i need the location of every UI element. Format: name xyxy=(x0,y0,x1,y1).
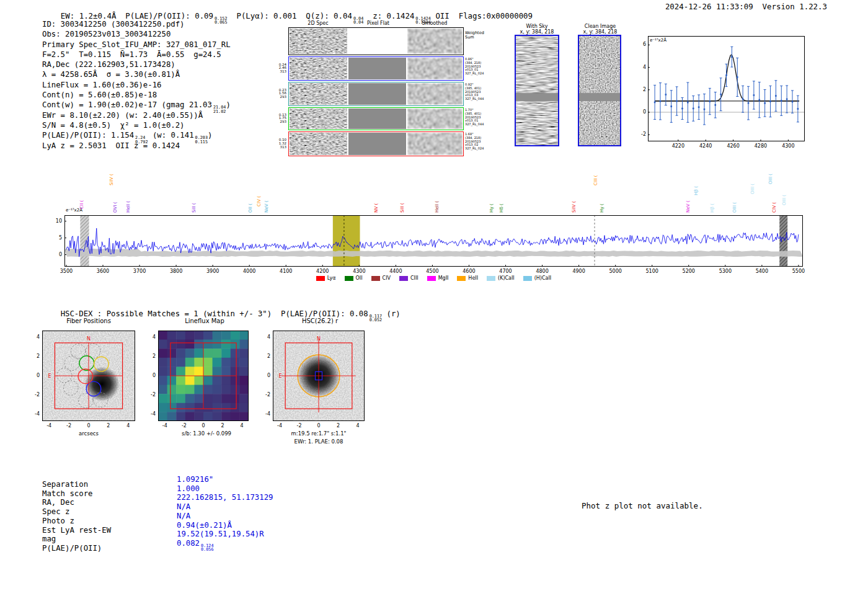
heatmap-cell xyxy=(167,385,177,394)
match-row-label: Spec z xyxy=(42,507,69,516)
hsc-cutout-title: HSC(26.2) r xyxy=(270,318,370,324)
data-point xyxy=(704,109,706,110)
spec2d-cell-2dspec xyxy=(290,83,347,107)
heatmap-cell xyxy=(194,367,203,376)
spectrum-xtick-label: 5200 xyxy=(679,269,699,274)
info-lambda-sigma: λ = 4258.65Å σ = 3.30(±0.81)Å xyxy=(42,69,231,79)
north-label: N xyxy=(317,336,321,342)
detection-info-block: ID: 3003412250 (3003412250.pdf) Obs: 201… xyxy=(42,19,231,151)
match-row-value: 0.0820.1240.056 xyxy=(177,539,214,552)
cutout-ytick-label: 4 xyxy=(27,334,40,340)
heatmap-cell xyxy=(167,403,177,412)
cutout-xtick-label: -4 xyxy=(42,423,56,429)
cutout-xtick-label: 2 xyxy=(330,423,345,429)
info-plae-poii: P(LAE)/P(OII): 1.1542.240.792 (w: 0.1410… xyxy=(42,130,231,140)
plae-text: P(LAE)/P(OII): 1.154 xyxy=(42,131,134,140)
heatmap-cell xyxy=(213,412,222,421)
heatmap-cell xyxy=(167,349,177,358)
match-row-label: Est LyA rest-EW xyxy=(42,526,111,535)
inset-ytick-label: 0 xyxy=(634,109,646,115)
data-point xyxy=(792,101,794,103)
fiber-positions-panel: NE xyxy=(42,331,135,421)
spec2d-row-weights: 0.101.32313 xyxy=(273,138,286,149)
heatmap-cell xyxy=(203,412,213,421)
emission-line-label: CIV ( xyxy=(771,202,777,213)
emission-line-label: Hβ ( xyxy=(709,203,715,213)
match-row-label: mag xyxy=(42,535,56,543)
heatmap-cell xyxy=(176,403,185,412)
east-label: E xyxy=(278,373,281,379)
spec2d-cell-pixelflat xyxy=(348,83,406,105)
data-point xyxy=(709,100,711,102)
heatmap-cell xyxy=(239,331,249,340)
spec2d-cell-smoothed xyxy=(407,29,463,56)
spec2d-cell-2dspec xyxy=(290,133,347,158)
cutout-xtick-label: 0 xyxy=(81,423,96,429)
heatmap-cell xyxy=(158,394,167,403)
inset-xtick-label: 4280 xyxy=(752,143,769,149)
stacked-value: 0.1170.052 xyxy=(370,314,382,322)
info-lineflux: LineFlux = 1.60(±0.36)e-16 xyxy=(42,80,231,90)
value-text: 1.09216" xyxy=(177,475,213,484)
spec2d-row-annotation: 0.86"(384, 218)20190523v013_01327_RL_024 xyxy=(465,58,494,76)
heatmap-cell xyxy=(221,412,231,421)
data-point xyxy=(775,95,777,97)
heatmap-cell xyxy=(213,340,222,349)
emission-line-label: Hγ ( xyxy=(489,203,494,213)
info-cont-w: Cont(w) = 1.90(±0.02)e-17 (gmag 21.0321.… xyxy=(42,100,231,110)
spec2d-cell-smoothed xyxy=(407,58,463,82)
spec2d-row-annotation: 1.68"(384, 218)20190523v013_02327_RL_024 xyxy=(465,133,494,151)
spectrum-xtick-label: 4600 xyxy=(459,269,479,274)
cutout-ytick-label: -4 xyxy=(143,411,156,417)
emission-line-label: SiII ( xyxy=(399,203,405,213)
stack-lo: 21.02 xyxy=(213,110,226,113)
emission-line-label: CII ( xyxy=(79,200,84,209)
summary-plya-qz: P(Lyα): 0.001 Q(z): 0.04 xyxy=(228,11,352,20)
stacked-value: 0.2030.115 xyxy=(195,136,208,144)
spectrum-xtick-label: 3600 xyxy=(93,269,113,274)
heatmap-cell xyxy=(221,394,231,403)
legend-swatch xyxy=(427,276,436,281)
data-point xyxy=(670,105,672,107)
cutout-ytick-label: -4 xyxy=(258,411,270,417)
lineflux-map-panel xyxy=(158,331,249,421)
legend-item: CIV xyxy=(371,275,391,281)
heatmap-cell xyxy=(194,412,203,421)
emission-line-label: OIII ( xyxy=(732,202,737,213)
data-point xyxy=(742,98,744,100)
hsc-cutout-panel: NE xyxy=(273,331,365,421)
spectrum-xtick-label: 4300 xyxy=(349,269,369,274)
cont-w-close: ) xyxy=(226,100,230,109)
heatmap-cell xyxy=(213,403,222,412)
data-point xyxy=(748,102,750,104)
emission-line-label: SiIV ( xyxy=(571,201,577,213)
datetime-version: 2024-12-26 11:33:09 Version 1.22.3 xyxy=(665,2,827,11)
inset-ytick-label: 6 xyxy=(634,42,646,47)
spec2d-cell-2dspec xyxy=(290,109,347,131)
with-sky-coords: x, y: 384, 218 xyxy=(512,29,562,35)
value-text: 19.52(19.51,19.54)R xyxy=(177,530,264,538)
lineflux-caption: s/b: 1.30 +/- 0.099 xyxy=(157,430,256,437)
match-row-value: N/A xyxy=(177,502,190,511)
cutout-xtick-label: -4 xyxy=(157,423,172,429)
cutout-ytick-label: 4 xyxy=(258,334,270,340)
emission-line-label: NeV ( xyxy=(264,200,269,213)
emission-line-label: OIII ( xyxy=(781,195,787,205)
heatmap-cell xyxy=(167,358,177,367)
with-sky-title: With Sky xyxy=(512,24,562,29)
north-label: N xyxy=(87,336,91,342)
heatmap-cell xyxy=(221,403,231,412)
cutout-xtick-label: 2 xyxy=(101,423,116,429)
heatmap-cell xyxy=(213,331,222,340)
heatmap-cell xyxy=(158,385,167,394)
spec2d-row-weights: 0.131.75293 xyxy=(273,113,286,124)
east-label: E xyxy=(48,373,51,379)
heatmap-cell xyxy=(239,385,249,394)
heatmap-cell xyxy=(239,376,249,385)
heatmap-cell xyxy=(203,340,213,349)
spec2d-cell-2dspec xyxy=(290,29,347,56)
emission-line-label: NV ( xyxy=(373,203,379,213)
heatmap-cell xyxy=(158,376,167,385)
spectrum-legend: LyαOIICIVCIIIMgIIHeII(K)CaII(H)CaII xyxy=(64,275,803,281)
inset-ytick-label: -2 xyxy=(634,131,646,137)
